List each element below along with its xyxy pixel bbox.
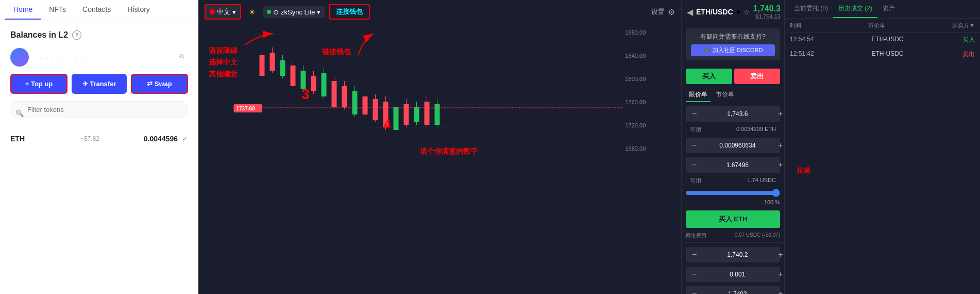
trade-pair-1: ETH-USDC bbox=[821, 36, 954, 44]
trades-header: 时间 市价单 买卖方▼ bbox=[785, 19, 980, 33]
limit-tab[interactable]: 限价单 bbox=[686, 88, 711, 102]
amount-minus-btn[interactable]: − bbox=[690, 140, 699, 151]
buy-price-input[interactable] bbox=[699, 110, 776, 118]
balances-title: Balances in L2 ? bbox=[10, 30, 188, 40]
search-icon: 🔍 bbox=[15, 109, 24, 117]
network-icon: ⊙ bbox=[273, 8, 279, 16]
filter-input[interactable] bbox=[10, 101, 188, 118]
token-value: 0.0044596 bbox=[144, 135, 178, 143]
buy-fee-value: 0.07 USDC (-$0.07) bbox=[735, 232, 780, 239]
theme-toggle-icon[interactable]: ☀ bbox=[248, 7, 256, 17]
buy-network-fee: 网络费用 0.07 USDC (-$0.07) bbox=[686, 232, 780, 239]
chevron-down-icon-2: ▾ bbox=[317, 8, 320, 16]
buy-amount-input-row: − + bbox=[686, 138, 780, 153]
sell-amount-input[interactable] bbox=[699, 271, 776, 278]
svg-text:1760.00: 1760.00 bbox=[626, 99, 646, 105]
token-amount: 0.0044596 ✓ bbox=[144, 135, 188, 143]
price-usd: $1,754.13 bbox=[753, 13, 781, 20]
nav-home[interactable]: Home bbox=[5, 0, 41, 20]
assets-tab[interactable]: 资产 bbox=[877, 0, 900, 18]
copy-icon[interactable]: ⎘ bbox=[179, 53, 188, 62]
wallet-panel: Home NFTs Contacts History Balances in L… bbox=[0, 0, 198, 294]
connect-wallet-button[interactable]: 连接钱包 bbox=[329, 4, 370, 20]
network-button[interactable]: ⊙ zkSync Lite ▾ bbox=[263, 6, 325, 18]
sell-amount-input-row: − + bbox=[686, 267, 780, 282]
topup-button[interactable]: + Top up bbox=[10, 74, 67, 94]
trade-side-1: 买入 bbox=[954, 36, 975, 44]
history-trades-tab[interactable]: 历史成交 (2) bbox=[833, 0, 877, 18]
balances-section: Balances in L2 ? · · · · · · · · · · · ·… bbox=[0, 20, 198, 152]
trade-pair-2: ETH-USDC bbox=[821, 50, 954, 59]
buy-amount-input[interactable] bbox=[699, 142, 776, 149]
chevron-down-icon: ▾ bbox=[232, 8, 236, 16]
available-label: 可用 bbox=[690, 126, 701, 134]
buy-sell-tabs: 买入 卖出 bbox=[686, 69, 780, 84]
nav-contacts[interactable]: Contacts bbox=[74, 0, 119, 20]
swap-button[interactable]: ⇄ Swap bbox=[131, 74, 188, 94]
red-dot-icon bbox=[210, 9, 215, 14]
market-tab[interactable]: 市价单 bbox=[713, 88, 737, 102]
order-panel: ◀ ETH/USDC ▾ ☆ 1,740.3 $1,754.13 有疑问并需要在… bbox=[681, 0, 784, 294]
svg-text:1840.00: 1840.00 bbox=[626, 53, 646, 59]
svg-text:1720.00: 1720.00 bbox=[626, 122, 646, 128]
back-icon[interactable]: ◀ bbox=[687, 7, 693, 17]
pair-name: ETH/USDC bbox=[696, 8, 733, 16]
buy-price-input-row: − + bbox=[686, 106, 780, 122]
usdc-minus-btn[interactable]: − bbox=[690, 159, 699, 171]
trade-row-2: 12:51:42 ETH-USDC 卖出 bbox=[785, 47, 980, 62]
lang-label: 中文 bbox=[217, 7, 230, 17]
sell-total-input-row: − + bbox=[686, 286, 780, 294]
direction-header: 买卖方▼ bbox=[952, 22, 975, 29]
nav-history[interactable]: History bbox=[119, 0, 158, 20]
sell-price-input-row: − + bbox=[686, 247, 780, 263]
settings-icon[interactable]: ⚙ bbox=[668, 7, 675, 17]
network-label: zkSync Lite bbox=[281, 8, 315, 16]
time-header: 时间 bbox=[790, 22, 801, 29]
chart-area: 1880.00 1840.00 1800.00 1760.00 1720.00 … bbox=[198, 24, 681, 169]
middle-panel: 中文 ▾ ☀ ⊙ zkSync Lite ▾ 连接钱包 设置 ⚙ 1880.00… bbox=[198, 0, 681, 294]
nav-nfts[interactable]: NFTs bbox=[41, 0, 74, 20]
trade-row: 12:54:54 ETH-USDC 买入 bbox=[785, 33, 980, 47]
price-display: 1,740.3 bbox=[753, 4, 781, 13]
sell-tab[interactable]: 卖出 bbox=[734, 69, 781, 84]
question-popup: 有疑问并需要在线支持? 🎮 加入社区 DISCORD bbox=[686, 28, 780, 60]
network-status-icon bbox=[267, 10, 271, 14]
buy-usdc-input-row: − + bbox=[686, 157, 780, 173]
question-text: 有疑问并需要在线支持? bbox=[691, 32, 775, 41]
trading-chart-panel: 中文 ▾ ☀ ⊙ zkSync Lite ▾ 连接钱包 设置 ⚙ 1880.00… bbox=[198, 0, 681, 294]
main-nav: Home NFTs Contacts History bbox=[0, 0, 198, 20]
buy-eth-button[interactable]: 买入 ETH bbox=[686, 210, 780, 228]
discord-button[interactable]: 🎮 加入社区 DISCORD bbox=[691, 44, 775, 56]
trades-panel: 当前委托 (0) 历史成交 (2) 资产 时间 市价单 买卖方▼ 12:54:5… bbox=[784, 0, 980, 294]
buy-tab[interactable]: 买入 bbox=[686, 69, 732, 84]
sell-total-minus-btn[interactable]: − bbox=[690, 288, 699, 294]
discord-icon: 🎮 bbox=[703, 47, 711, 54]
buy-usdc-input[interactable] bbox=[699, 161, 776, 169]
sell-price-minus-btn[interactable]: − bbox=[690, 249, 699, 260]
price-minus-btn[interactable]: − bbox=[690, 108, 699, 120]
favorite-icon[interactable]: ☆ bbox=[744, 8, 750, 16]
usdc-available-label: 可用 bbox=[690, 177, 701, 185]
token-name: ETH bbox=[10, 135, 36, 143]
sell-amount-minus-btn[interactable]: − bbox=[690, 269, 699, 280]
available-value: 0.0034209 ETH bbox=[736, 126, 776, 134]
current-orders-tab[interactable]: 当前委托 (0) bbox=[789, 0, 833, 18]
usdc-available-value: 1.74 USDC bbox=[747, 177, 776, 185]
transfer-button[interactable]: ✈ Transfer bbox=[72, 74, 127, 94]
trade-time-1: 12:54:54 bbox=[790, 36, 821, 44]
order-type-tabs: 限价单 市价单 bbox=[686, 88, 780, 102]
svg-text:1880.00: 1880.00 bbox=[626, 29, 646, 36]
account-address: · · · · · · · · · · · · bbox=[34, 54, 174, 61]
buy-slider-label: 100 % bbox=[764, 199, 780, 205]
buy-slider[interactable] bbox=[686, 189, 780, 197]
language-button[interactable]: 中文 ▾ bbox=[205, 4, 241, 20]
svg-text:1737.60: 1737.60 bbox=[236, 106, 256, 111]
trade-side-2: 卖出 bbox=[954, 50, 975, 59]
sell-price-input[interactable] bbox=[699, 251, 776, 258]
buy-fee-label: 网络费用 bbox=[686, 232, 706, 239]
left-panel: Home NFTs Contacts History Balances in L… bbox=[0, 0, 198, 294]
help-icon[interactable]: ? bbox=[72, 30, 81, 40]
trades-tabs: 当前委托 (0) 历史成交 (2) 资产 bbox=[785, 0, 980, 19]
sell-total-input[interactable] bbox=[699, 290, 776, 294]
svg-text:1800.00: 1800.00 bbox=[626, 76, 646, 82]
